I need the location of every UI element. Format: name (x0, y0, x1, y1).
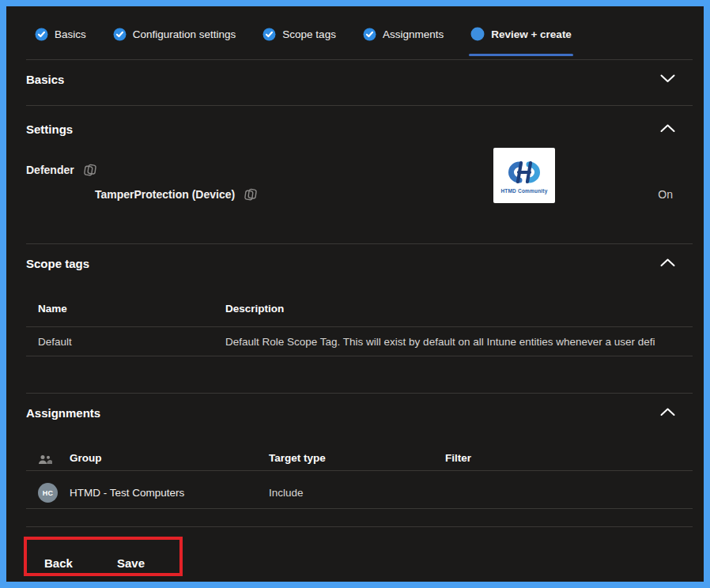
tab-basics[interactable]: Basics (35, 28, 86, 41)
group-avatar: HC (38, 483, 58, 503)
check-circle-icon (35, 28, 48, 41)
setting-label: TamperProtection (Device) (95, 188, 235, 201)
assignments-section-title: Assignments (26, 406, 100, 420)
divider (26, 393, 693, 394)
tab-label: Basics (55, 28, 86, 40)
divider (26, 243, 693, 244)
divider (26, 526, 693, 527)
tab-assignments[interactable]: Assignments (363, 28, 444, 41)
divider (26, 356, 693, 356)
chevron-up-icon[interactable] (660, 258, 675, 267)
check-circle-icon (363, 28, 376, 41)
wizard-steps: Basics Configuration settings Scope tags… (35, 27, 572, 41)
tab-configuration-settings[interactable]: Configuration settings (113, 28, 236, 41)
divider (26, 105, 693, 106)
tab-label: Review + create (491, 28, 572, 40)
column-header-group: Group (70, 452, 102, 464)
active-dot-icon (470, 27, 485, 41)
htmd-logo: HTMD Community (493, 148, 555, 203)
defender-setting-row: Defender (26, 164, 96, 176)
check-circle-icon (113, 28, 127, 41)
copy-icon[interactable] (244, 187, 258, 202)
divider (26, 470, 693, 471)
back-button[interactable]: Back (40, 553, 77, 573)
divider (26, 508, 693, 509)
divider (26, 326, 693, 327)
check-circle-icon (262, 28, 276, 41)
save-button[interactable]: Save (112, 553, 149, 573)
column-header-filter: Filter (445, 452, 471, 464)
htmd-logo-caption: HTMD Community (500, 188, 547, 194)
scope-tag-description-cell: Default Role Scope Tag. This will exist … (225, 336, 704, 348)
column-header-name: Name (38, 303, 67, 315)
tab-review-create[interactable]: Review + create (470, 27, 572, 41)
scope-tag-name-cell: Default (38, 336, 72, 348)
column-header-target-type: Target type (269, 452, 326, 464)
tab-label: Configuration settings (133, 28, 236, 40)
chevron-up-icon[interactable] (660, 124, 675, 133)
screenshot-frame: Basics Configuration settings Scope tags… (0, 0, 710, 588)
basics-section-title: Basics (26, 73, 64, 86)
scope-tags-section-title: Scope tags (26, 257, 89, 270)
setting-value: On (658, 188, 673, 201)
tab-label: Assignments (383, 28, 444, 40)
setting-label: Defender (26, 164, 74, 176)
tab-label: Scope tags (282, 28, 336, 40)
target-type-cell: Include (269, 487, 304, 499)
chevron-down-icon[interactable] (660, 74, 675, 83)
copy-icon[interactable] (83, 163, 97, 177)
htmd-logo-mark (500, 158, 549, 187)
group-name-cell: HTMD - Test Computers (70, 487, 184, 499)
review-create-pane: Basics Configuration settings Scope tags… (6, 6, 704, 582)
chevron-up-icon[interactable] (660, 408, 675, 416)
people-group-icon (38, 454, 52, 469)
divider (26, 59, 693, 60)
tab-scope-tags[interactable]: Scope tags (262, 28, 336, 41)
settings-section-title: Settings (26, 122, 73, 136)
column-header-description: Description (225, 303, 284, 315)
tamperprotection-setting-row: TamperProtection (Device) (95, 188, 257, 201)
